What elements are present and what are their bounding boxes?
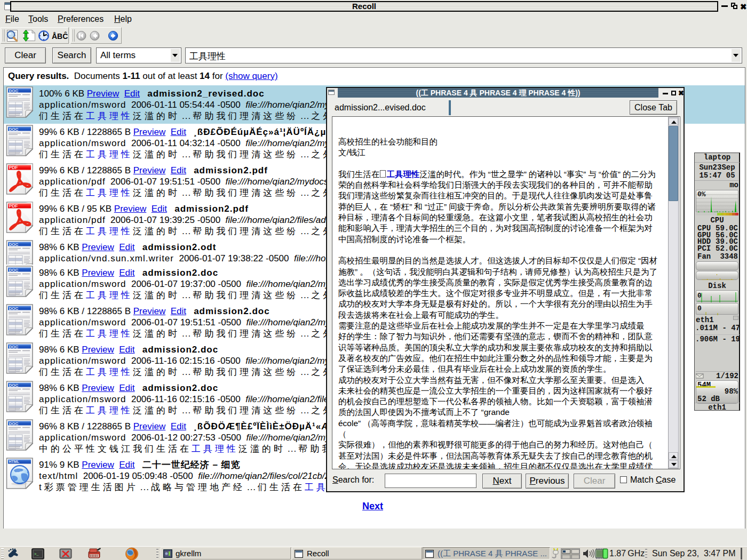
svg-text:>_: >_ bbox=[34, 552, 39, 556]
svg-text:ÅBĈ: ÅBĈ bbox=[52, 31, 68, 41]
